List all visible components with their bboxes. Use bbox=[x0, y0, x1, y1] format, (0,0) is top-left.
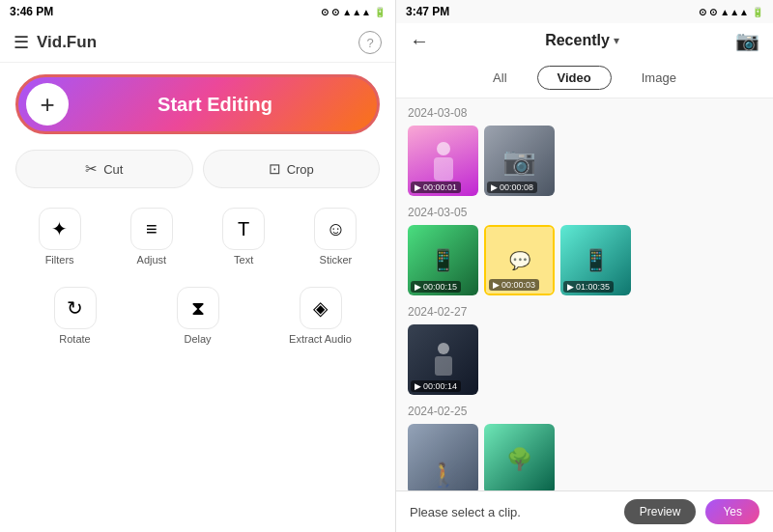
play-icon: ▶ bbox=[415, 381, 421, 391]
date-group-2024-03-05: 2024-03-05 📱 ▶ 00:00:15 💬 ▶ bbox=[408, 206, 761, 295]
adjust-feature[interactable]: ≡ Adjust bbox=[107, 202, 195, 271]
bottom-bar: Please select a clip. Preview Yes bbox=[396, 490, 773, 532]
right-panel: 3:47 PM ⊙ ⊙ ▲▲▲ 🔋 ← Recently ▾ 📷 All Vid… bbox=[396, 0, 773, 532]
status-icons-left: ⊙ ⊙ ▲▲▲ 🔋 bbox=[321, 7, 386, 17]
text-feature[interactable]: T Text bbox=[200, 202, 288, 271]
top-bar: ☰ Vid.Fun ? bbox=[0, 23, 395, 63]
recently-label: Recently bbox=[545, 32, 610, 49]
video-duration: ▶ 00:00:01 bbox=[411, 182, 461, 193]
camera-icon[interactable]: 📷 bbox=[735, 29, 759, 52]
video-duration: ▶ 00:00:15 bbox=[411, 281, 461, 293]
thumbnails-row: ▶ 00:00:14 bbox=[408, 324, 761, 395]
video-thumb[interactable]: ▶ 00:00:01 bbox=[408, 126, 478, 196]
extract-audio-icon: ◈ bbox=[300, 287, 342, 329]
preview-button[interactable]: Preview bbox=[624, 499, 697, 524]
tools-row: ✂ Cut ⊡ Crop bbox=[0, 146, 395, 192]
video-thumb[interactable]: ▶ 00:00:14 bbox=[408, 324, 478, 395]
bottom-actions: Preview Yes bbox=[624, 499, 759, 524]
tab-all[interactable]: All bbox=[472, 66, 527, 90]
status-bar-left: 3:46 PM ⊙ ⊙ ▲▲▲ 🔋 bbox=[0, 0, 395, 23]
text-icon: T bbox=[222, 208, 265, 250]
status-time-right: 3:47 PM bbox=[406, 5, 449, 18]
select-clip-text: Please select a clip. bbox=[410, 505, 521, 519]
date-group-2024-02-25: 2024-02-25 🚶 🌳 bbox=[408, 405, 761, 490]
rotate-feature[interactable]: ↻ Rotate bbox=[15, 281, 134, 350]
chevron-down-icon: ▾ bbox=[614, 34, 619, 47]
video-duration: ▶ 00:00:08 bbox=[487, 182, 537, 193]
play-icon: ▶ bbox=[415, 182, 421, 192]
video-duration: ▶ 01:00:35 bbox=[563, 281, 614, 293]
adjust-label: Adjust bbox=[137, 254, 167, 266]
video-duration: ▶ 00:00:14 bbox=[411, 380, 461, 392]
crop-icon: ⊡ bbox=[269, 160, 281, 178]
date-group-2024-03-08: 2024-03-08 ▶ 00:00:01 bbox=[408, 106, 761, 196]
extract-audio-feature[interactable]: ◈ Extract Audio bbox=[261, 281, 380, 350]
status-bar-right: 3:47 PM ⊙ ⊙ ▲▲▲ 🔋 bbox=[396, 0, 773, 23]
filter-tabs: All Video Image bbox=[396, 58, 773, 98]
menu-icon[interactable]: ☰ bbox=[14, 32, 29, 53]
filters-label: Filters bbox=[45, 254, 74, 266]
cut-label: Cut bbox=[103, 162, 123, 177]
play-icon: ▶ bbox=[491, 182, 498, 192]
back-button[interactable]: ← bbox=[410, 30, 429, 52]
tab-image[interactable]: Image bbox=[621, 66, 697, 90]
crop-tool-button[interactable]: ⊡ Crop bbox=[203, 150, 381, 188]
crop-label: Crop bbox=[287, 162, 314, 177]
video-thumb-selected[interactable]: 💬 ▶ 00:00:03 bbox=[484, 225, 555, 295]
start-editing-label: Start Editing bbox=[78, 94, 352, 116]
video-thumb[interactable]: 📷 ▶ 00:00:08 bbox=[484, 126, 555, 196]
cut-tool-button[interactable]: ✂ Cut bbox=[15, 150, 193, 188]
video-thumb[interactable]: 📱 ▶ 01:00:35 bbox=[560, 225, 631, 295]
video-thumb[interactable]: 📱 ▶ 00:00:15 bbox=[408, 225, 478, 295]
plus-icon: + bbox=[26, 83, 69, 126]
date-group-2024-02-27: 2024-02-27 ▶ 00:00:14 bbox=[408, 305, 761, 395]
tab-video[interactable]: Video bbox=[537, 66, 612, 90]
date-label: 2024-03-05 bbox=[408, 206, 761, 219]
date-label: 2024-02-27 bbox=[408, 305, 761, 319]
help-button[interactable]: ? bbox=[358, 31, 382, 54]
video-thumb[interactable]: 🌳 bbox=[484, 424, 555, 490]
app-title: Vid.Fun bbox=[37, 33, 97, 52]
rotate-icon: ↻ bbox=[54, 287, 97, 329]
start-editing-button[interactable]: + Start Editing bbox=[15, 74, 380, 134]
video-duration: ▶ 00:00:03 bbox=[489, 279, 539, 291]
sticker-feature[interactable]: ☺ Sticker bbox=[292, 202, 380, 271]
features-grid-row2: ↻ Rotate ⧗ Delay ◈ Extract Audio bbox=[0, 277, 395, 360]
date-label: 2024-02-25 bbox=[408, 405, 761, 418]
sticker-label: Sticker bbox=[320, 254, 353, 266]
rotate-label: Rotate bbox=[59, 333, 90, 345]
thumbnails-row: ▶ 00:00:01 📷 ▶ 00:00:08 bbox=[408, 126, 761, 196]
filters-icon: ✦ bbox=[39, 208, 81, 250]
yes-button[interactable]: Yes bbox=[705, 499, 759, 524]
play-icon: ▶ bbox=[567, 282, 574, 292]
start-editing-wrapper: + Start Editing bbox=[0, 63, 395, 146]
text-label: Text bbox=[234, 254, 253, 266]
right-top-bar: ← Recently ▾ 📷 bbox=[396, 23, 773, 58]
status-time-left: 3:46 PM bbox=[10, 5, 53, 18]
left-panel: 3:46 PM ⊙ ⊙ ▲▲▲ 🔋 ☰ Vid.Fun ? + Start Ed… bbox=[0, 0, 396, 532]
delay-feature[interactable]: ⧗ Delay bbox=[138, 281, 257, 350]
features-grid-row1: ✦ Filters ≡ Adjust T Text ☺ Sticker bbox=[0, 192, 395, 277]
recently-dropdown[interactable]: Recently ▾ bbox=[545, 32, 619, 49]
play-icon: ▶ bbox=[493, 280, 500, 290]
date-label: 2024-03-08 bbox=[408, 106, 761, 120]
delay-icon: ⧗ bbox=[177, 287, 219, 329]
extract-audio-label: Extract Audio bbox=[289, 333, 352, 345]
filters-feature[interactable]: ✦ Filters bbox=[15, 202, 103, 271]
media-list: 2024-03-08 ▶ 00:00:01 bbox=[396, 98, 773, 490]
thumbnails-row: 📱 ▶ 00:00:15 💬 ▶ 00:00:03 bbox=[408, 225, 761, 295]
delay-label: Delay bbox=[184, 333, 211, 345]
play-icon: ▶ bbox=[415, 282, 421, 292]
video-thumb[interactable]: 🚶 bbox=[408, 424, 478, 490]
adjust-icon: ≡ bbox=[130, 208, 173, 250]
thumbnails-row: 🚶 🌳 bbox=[408, 424, 761, 490]
sticker-icon: ☺ bbox=[314, 208, 357, 250]
scissors-icon: ✂ bbox=[85, 160, 98, 178]
status-icons-right: ⊙ ⊙ ▲▲▲ 🔋 bbox=[699, 7, 763, 17]
